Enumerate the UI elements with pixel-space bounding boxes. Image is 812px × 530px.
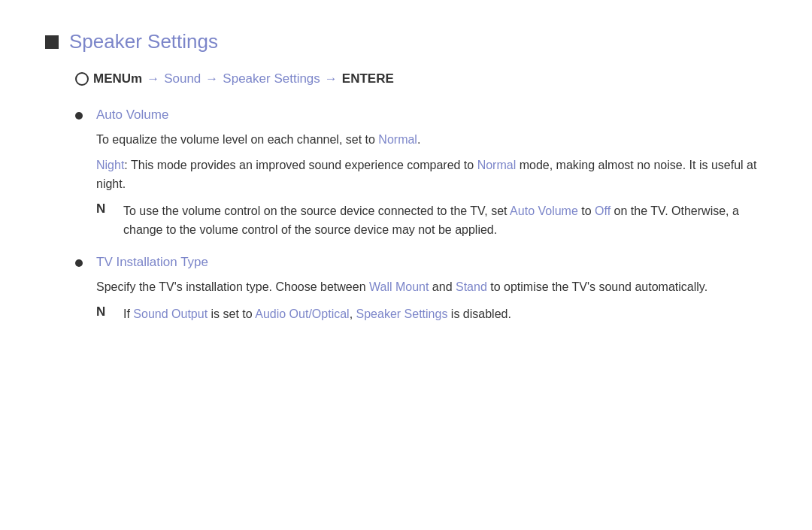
menu-sound-link: Sound: [164, 71, 201, 86]
square-icon: [45, 35, 59, 49]
auto-volume-section: Auto Volume To equalize the volume level…: [75, 108, 767, 240]
auto-volume-desc1-start: To equalize the volume level on each cha…: [96, 133, 378, 146]
sound-output-highlight: Sound Output: [133, 307, 208, 320]
stand-highlight: Stand: [456, 280, 487, 293]
auto-volume-note: N To use the volume control on the sourc…: [96, 201, 767, 240]
normal-highlight2: Normal: [477, 159, 517, 171]
arrow-1: →: [147, 71, 159, 86]
arrow-2: →: [205, 71, 218, 86]
auto-volume-desc1: To equalize the volume level on each cha…: [96, 130, 767, 150]
auto-volume-desc2: Night: This mode provides an improved so…: [96, 156, 767, 194]
content-area: Auto Volume To equalize the volume level…: [75, 108, 767, 323]
tv-installation-note-text: If Sound Output is set to Audio Out/Opti…: [123, 304, 511, 324]
note-auto-volume-highlight: Auto Volume: [510, 204, 578, 217]
bullet-dot-icon: [75, 112, 83, 120]
menu-speaker-settings-link: Speaker Settings: [223, 71, 320, 86]
note-n-icon: N: [96, 201, 111, 217]
menu-enter: ENTERE: [342, 71, 394, 86]
menu-text: MENUm: [93, 71, 142, 86]
tv-installation-content: Specify the TV's installation type. Choo…: [96, 277, 767, 323]
auto-volume-note-text: To use the volume control on the source …: [123, 201, 767, 240]
auto-volume-desc2-mid: : This mode provides an improved sound e…: [124, 159, 477, 171]
auto-volume-normal-highlight: Normal: [378, 133, 417, 146]
tv-installation-section: TV Installation Type Specify the TV's in…: [75, 255, 767, 323]
tv-installation-label: TV Installation Type: [96, 255, 208, 270]
speaker-settings-highlight: Speaker Settings: [356, 307, 448, 320]
menu-circle-icon: [75, 72, 89, 86]
tv-installation-note: N If Sound Output is set to Audio Out/Op…: [96, 304, 767, 324]
audio-out-optical-highlight: Audio Out/Optical: [255, 307, 349, 320]
note-text-mid: to: [578, 204, 595, 217]
tv-installation-desc1-end: to optimise the TV's sound automatically…: [487, 280, 707, 293]
page-container: Speaker Settings MENUm → Sound → Speaker…: [0, 0, 812, 530]
night-highlight: Night: [96, 159, 124, 171]
note-n-icon-2: N: [96, 304, 111, 320]
auto-volume-content: To equalize the volume level on each cha…: [96, 130, 767, 240]
tv-installation-desc1-start: Specify the TV's installation type. Choo…: [96, 280, 369, 293]
tv-installation-bullet: TV Installation Type: [75, 255, 767, 270]
note2-text-sep: ,: [350, 307, 356, 320]
note2-text-end: is disabled.: [447, 307, 511, 320]
auto-volume-desc1-end: .: [417, 133, 420, 146]
note-off-highlight: Off: [595, 204, 611, 217]
arrow-3: →: [325, 71, 338, 86]
bullet-dot-icon-2: [75, 259, 83, 267]
wall-mount-highlight: Wall Mount: [369, 280, 429, 293]
tv-installation-desc1: Specify the TV's installation type. Choo…: [96, 277, 767, 297]
note2-text-mid: is set to: [208, 307, 255, 320]
auto-volume-bullet: Auto Volume: [75, 108, 767, 123]
menu-path: MENUm → Sound → Speaker Settings → ENTER…: [75, 71, 767, 86]
note2-text-start: If: [123, 307, 133, 320]
auto-volume-label: Auto Volume: [96, 108, 168, 123]
section-header: Speaker Settings: [45, 30, 767, 53]
note-text-start: To use the volume control on the source …: [123, 204, 510, 217]
tv-installation-desc1-mid: and: [429, 280, 456, 293]
section-title: Speaker Settings: [69, 30, 218, 53]
